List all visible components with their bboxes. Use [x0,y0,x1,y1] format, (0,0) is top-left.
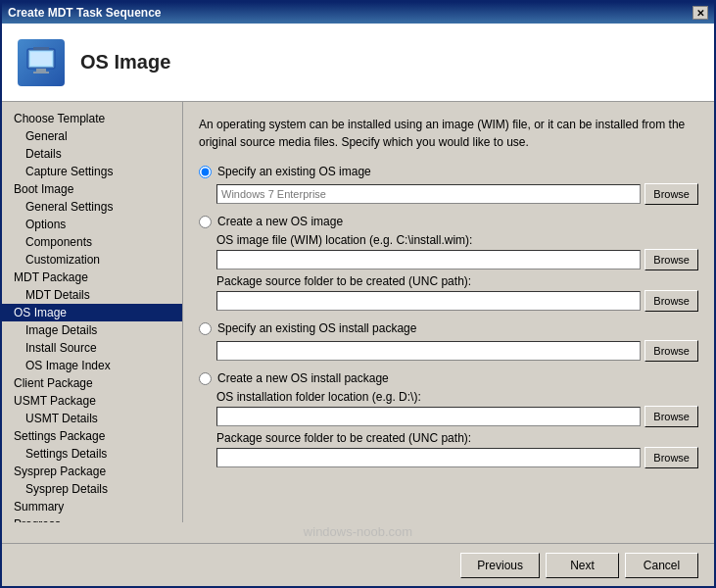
main-content: An operating system can be installed usi… [183,102,714,522]
input-browse-existing-install: Browse [216,340,698,362]
existing-install-package-input[interactable] [216,341,641,361]
sidebar-item-settings-package[interactable]: Settings Package [2,427,182,445]
option-specify-existing-os-image: Specify an existing OS image Browse [199,165,698,205]
label-create-new-os-image: Create a new OS image [217,215,343,228]
sidebar-item-install-source[interactable]: Install Source [2,339,182,357]
sidebar-item-os-image-index[interactable]: OS Image Index [2,357,182,374]
footer: Previous Next Cancel [2,543,714,586]
sidebar-item-os-image[interactable]: OS Image [2,304,182,321]
sidebar-item-options[interactable]: Options [2,216,182,233]
browse-button-os-install-folder[interactable]: Browse [644,406,698,427]
content-area: Choose TemplateGeneralDetailsCapture Set… [2,102,714,522]
sidebar-item-details[interactable]: Details [2,145,182,163]
svg-rect-6 [31,53,51,65]
radio-row-4: Create a new OS install package [199,371,698,385]
bottom-area: windows-noob.com Previous Next Cancel [2,522,714,586]
sidebar-item-general[interactable]: General [2,127,182,145]
input-browse-os-install-folder: Browse [216,406,698,427]
input-browse-package-source-1: Browse [216,290,698,312]
label-wim-location: OS image file (WIM) location (e.g. C:\in… [216,233,698,247]
package-source-input-1[interactable] [216,291,641,311]
radio-row-1: Specify an existing OS image [199,165,698,178]
sidebar-item-sysprep-details[interactable]: Sysprep Details [2,480,182,498]
label-specify-existing-os-image: Specify an existing OS image [217,165,371,178]
browse-button-package-2[interactable]: Browse [644,447,698,468]
radio-specify-existing-install-package[interactable] [199,322,212,335]
field-group-new-install: OS installation folder location (e.g. D:… [199,390,698,468]
close-button[interactable]: ✕ [692,6,708,20]
sidebar-item-sysprep-package[interactable]: Sysprep Package [2,463,182,480]
browse-button-existing-os[interactable]: Browse [644,183,698,205]
page-title: OS Image [80,51,170,74]
browse-button-package-1[interactable]: Browse [644,290,698,312]
radio-row-3: Specify an existing OS install package [199,321,698,335]
input-browse-package-source-2: Browse [216,447,698,468]
label-create-new-install-package: Create a new OS install package [217,371,389,385]
svg-rect-2 [33,47,49,50]
browse-button-existing-install[interactable]: Browse [644,340,698,362]
input-browse-existing-os: Browse [216,183,698,205]
watermark: windows-noob.com [2,522,714,543]
window-title: Create MDT Task Sequence [8,6,162,20]
option-specify-existing-install-package: Specify an existing OS install package B… [199,321,698,362]
label-os-install-folder: OS installation folder location (e.g. D:… [216,390,698,404]
next-button[interactable]: Next [546,553,619,578]
option-create-new-install-package: Create a new OS install package OS insta… [199,371,698,468]
description-text: An operating system can be installed usi… [199,116,698,151]
sidebar-item-image-details[interactable]: Image Details [2,321,182,339]
sidebar-item-mdt-package[interactable]: MDT Package [2,269,182,286]
sidebar-item-mdt-details[interactable]: MDT Details [2,286,182,304]
field-group-new-os: OS image file (WIM) location (e.g. C:\in… [199,233,698,312]
svg-rect-3 [36,69,46,72]
radio-specify-existing-os-image[interactable] [199,166,212,178]
package-source-input-2[interactable] [216,448,641,467]
sidebar-item-customization[interactable]: Customization [2,251,182,269]
computer-icon [24,45,59,80]
sidebar-item-usmt-details[interactable]: USMT Details [2,410,182,427]
browse-button-wim[interactable]: Browse [644,249,698,270]
field-group-existing-install: Browse [199,340,698,362]
existing-os-image-input[interactable] [216,184,641,204]
header: OS Image [2,24,714,102]
os-install-folder-input[interactable] [216,407,641,426]
wim-location-input[interactable] [216,250,641,270]
label-specify-existing-install-package: Specify an existing OS install package [217,321,416,335]
sidebar-item-progress[interactable]: Progress [2,515,182,522]
sidebar-item-client-package[interactable]: Client Package [2,374,182,392]
sidebar-item-summary[interactable]: Summary [2,498,182,515]
header-icon [18,39,65,86]
radio-create-new-os-image[interactable] [199,216,212,228]
radio-create-new-install-package[interactable] [199,372,212,385]
label-package-source-2: Package source folder to be created (UNC… [216,431,698,445]
sidebar-item-components[interactable]: Components [2,233,182,251]
title-bar: Create MDT Task Sequence ✕ [2,2,714,24]
previous-button[interactable]: Previous [460,553,540,578]
sidebar-item-choose-template[interactable]: Choose Template [2,110,182,127]
label-package-source-1: Package source folder to be created (UNC… [216,274,698,288]
sidebar-item-general-settings[interactable]: General Settings [2,198,182,216]
main-window: Create MDT Task Sequence ✕ OS Image Choo… [0,0,716,588]
svg-rect-4 [33,72,49,74]
sidebar-item-settings-details[interactable]: Settings Details [2,445,182,463]
sidebar-item-capture-settings[interactable]: Capture Settings [2,163,182,180]
cancel-button[interactable]: Cancel [625,553,698,578]
sidebar-item-boot-image[interactable]: Boot Image [2,180,182,198]
sidebar: Choose TemplateGeneralDetailsCapture Set… [2,102,183,522]
option-create-new-os-image: Create a new OS image OS image file (WIM… [199,215,698,312]
sidebar-item-usmt-package[interactable]: USMT Package [2,392,182,410]
radio-row-2: Create a new OS image [199,215,698,228]
input-browse-wim: Browse [216,249,698,270]
field-group-existing-os: Browse [199,183,698,205]
